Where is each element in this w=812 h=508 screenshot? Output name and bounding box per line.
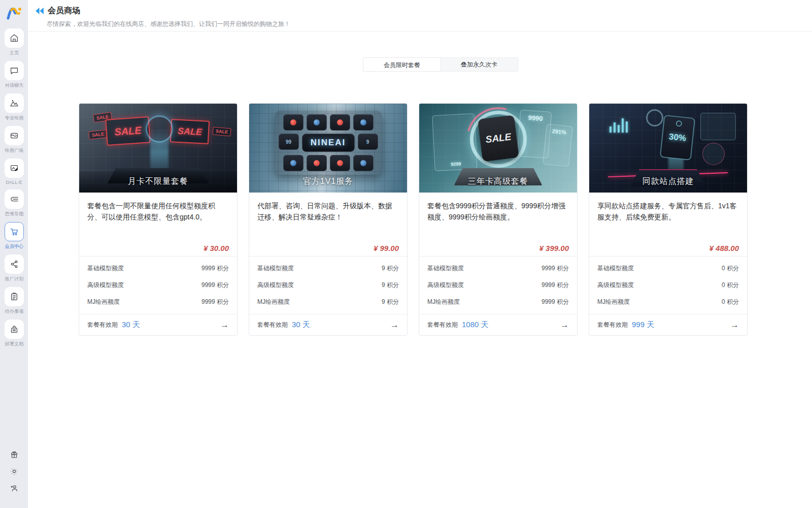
page-title: 会员商场	[48, 6, 80, 16]
plan-image-title: 官方1V1服务	[249, 176, 407, 187]
gift-icon[interactable]	[10, 450, 19, 459]
quota-table: 基础模型额度9999 积分 高级模型额度9999 积分 MJ绘画额度9999 积…	[79, 256, 237, 314]
validity-label: 套餐有效期	[427, 321, 458, 329]
quota-table: 基础模型额度0 积分 高级模型额度0 积分 MJ绘画额度0 积分	[589, 256, 747, 314]
document-bag-icon	[5, 320, 24, 339]
theme-sun-icon[interactable]	[10, 467, 19, 476]
sale-sign: SALE	[105, 116, 150, 146]
page-subtitle: 尽情探索，欢迎光临我们的在线商店、感谢您选择我们、让我们一同开启愉悦的购物之旅！	[47, 20, 812, 28]
quota-table: 基础模型额度9999 积分 高级模型额度9999 积分 MJ绘画额度9999 积…	[419, 256, 577, 314]
purchase-arrow-icon[interactable]: →	[220, 321, 229, 329]
validity-days: 30 天	[292, 320, 310, 330]
quota-row: 高级模型额度9 积分	[257, 277, 399, 294]
quota-row: 基础模型额度9999 积分	[87, 260, 229, 277]
add-user-icon[interactable]	[10, 484, 19, 493]
share-icon	[5, 255, 24, 274]
quota-row: 高级模型额度9999 积分	[87, 277, 229, 294]
sidebar-item-chat[interactable]: 对话聊天	[0, 61, 28, 89]
purchase-arrow-icon[interactable]: →	[730, 321, 739, 329]
plan-card-list: SALE SALE SALE SALE SALE 月卡不限量套餐 套餐包含一周不…	[28, 103, 812, 336]
plan-footer: 套餐有效期 999 天 →	[589, 314, 747, 335]
sidebar-item-docs[interactable]: 部署文档	[0, 320, 28, 347]
plan-price: ¥ 399.00	[539, 244, 569, 252]
keypad-graphic: 99 NINEAI 9	[275, 111, 382, 175]
plan-price: ¥ 30.00	[204, 244, 229, 252]
quota-row: 基础模型额度0 积分	[597, 260, 739, 277]
sidebar: 主页 对话聊天 专业绘画 绘画广场 DALL-E 思维导图 会员	[0, 0, 28, 508]
drawing-board-icon	[5, 126, 24, 145]
plan-description: 套餐包含9999积分普通额度、9999积分增强额度、9999积分绘画额度。	[427, 201, 569, 223]
sidebar-item-member-center[interactable]: 会员中心	[0, 222, 28, 250]
shopping-cart-icon	[5, 222, 24, 241]
validity-days: 999 天	[632, 320, 654, 330]
sidebar-item-pro-drawing[interactable]: 专业绘画	[0, 93, 28, 121]
quota-row: 高级模型额度0 积分	[597, 277, 739, 294]
validity-days: 1080 天	[462, 320, 489, 330]
plan-footer: 套餐有效期 1080 天 →	[419, 314, 577, 335]
quota-row: MJ绘画额度0 积分	[597, 294, 739, 310]
sidebar-item-dalle[interactable]: DALL-E	[0, 158, 28, 185]
app-logo	[5, 4, 23, 22]
quota-row: 基础模型额度9 积分	[257, 260, 399, 277]
sidebar-item-todo[interactable]: 待办事项	[0, 287, 28, 315]
plan-footer: 套餐有效期 30 天 →	[249, 314, 407, 335]
sidebar-item-home[interactable]: 主页	[0, 28, 28, 56]
plan-card-image: 30% 同款站点搭建	[589, 104, 747, 193]
plan-tabs: 会员限时套餐 叠加永久次卡	[363, 57, 518, 72]
discount-tag: 30%	[660, 114, 695, 160]
purchase-arrow-icon[interactable]: →	[390, 321, 399, 329]
sidebar-item-mindmap[interactable]: 思维导图	[0, 189, 28, 217]
quota-row: MJ绘画额度9999 积分	[87, 294, 229, 310]
validity-label: 套餐有效期	[597, 321, 628, 329]
sale-sign: SALE	[170, 119, 210, 144]
mountain-image-icon	[5, 93, 24, 113]
validity-days: 30 天	[122, 320, 140, 330]
validity-label: 套餐有效期	[257, 321, 288, 329]
home-icon	[5, 28, 24, 48]
quota-row: 基础模型额度9999 积分	[427, 260, 569, 277]
nineai-label: NINEAI	[302, 134, 355, 152]
tab-limited-plans[interactable]: 会员限时套餐	[363, 57, 441, 72]
clipboard-icon	[5, 287, 24, 306]
validity-label: 套餐有效期	[87, 321, 118, 329]
plan-card-image: 9299 9990 291% SALE 三年卡高级套餐	[419, 104, 577, 193]
plan-card[interactable]: 99 NINEAI 9 官方1V1服务 代部署、咨询、日常问题、升级版本、数据迁…	[249, 103, 408, 336]
collapse-sidebar-icon[interactable]	[36, 8, 44, 14]
plan-description: 套餐包含一周不限量使用任何模型额度积分、可以使用任意模型、包含gpt4.0。	[87, 201, 229, 223]
main-content: 会员商场 尽情探索，欢迎光临我们的在线商店、感谢您选择我们、让我们一同开启愉悦的…	[28, 0, 812, 508]
chat-icon	[5, 61, 24, 80]
plan-card-image: 99 NINEAI 9 官方1V1服务	[249, 104, 407, 193]
quota-row: MJ绘画额度9999 积分	[427, 294, 569, 310]
sale-badge: SALE	[212, 127, 231, 137]
sidebar-item-drawing-plaza[interactable]: 绘画广场	[0, 126, 28, 154]
quota-table: 基础模型额度9 积分 高级模型额度9 积分 MJ绘画额度9 积分	[249, 256, 407, 314]
plan-image-title: 同款站点搭建	[589, 176, 747, 187]
purchase-arrow-icon[interactable]: →	[560, 321, 569, 329]
sale-tag: SALE	[478, 115, 519, 162]
plan-price: ¥ 488.00	[709, 244, 739, 252]
quota-row: 高级模型额度9999 积分	[427, 277, 569, 294]
sale-badge: SALE	[88, 130, 107, 140]
plan-description: 代部署、咨询、日常问题、升级版本、数据迁移、解决日常疑难杂症！	[257, 201, 399, 223]
picture-pencil-icon	[5, 158, 24, 178]
plan-card[interactable]: 9299 9990 291% SALE 三年卡高级套餐 套餐包含9999积分普通…	[419, 103, 578, 336]
plan-card[interactable]: SALE SALE SALE SALE SALE 月卡不限量套餐 套餐包含一周不…	[79, 103, 238, 336]
mindmap-icon	[5, 189, 24, 209]
sidebar-item-promotion[interactable]: 推广计划	[0, 255, 28, 282]
plan-card-image: SALE SALE SALE SALE SALE 月卡不限量套餐	[79, 104, 237, 193]
quota-row: MJ绘画额度9 积分	[257, 294, 399, 310]
plan-footer: 套餐有效期 30 天 →	[79, 314, 237, 335]
plan-card[interactable]: 30% 同款站点搭建 享同款站点搭建服务、专属官方售后、1v1客服支持、后续免费…	[589, 103, 748, 336]
page-header: 会员商场 尽情探索，欢迎光临我们的在线商店、感谢您选择我们、让我们一同开启愉悦的…	[28, 0, 812, 31]
plan-image-title: 月卡不限量套餐	[79, 176, 237, 187]
tab-permanent-cards[interactable]: 叠加永久次卡	[441, 58, 518, 71]
plan-image-title: 三年卡高级套餐	[419, 176, 577, 187]
plan-description: 享同款站点搭建服务、专属官方售后、1v1客服支持、后续免费更新。	[597, 201, 739, 223]
plan-price: ¥ 99.00	[374, 244, 399, 252]
